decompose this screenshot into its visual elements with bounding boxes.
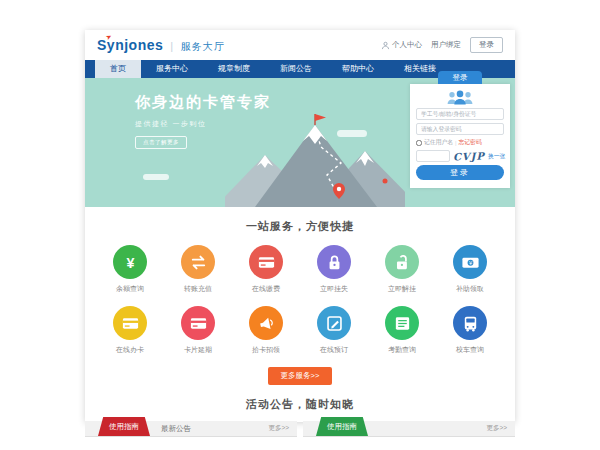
username-input[interactable]: [416, 108, 504, 120]
captcha-input[interactable]: [416, 150, 450, 162]
captcha-refresh-link[interactable]: 换一张: [488, 152, 505, 161]
service-item-report-loss[interactable]: 立即挂失: [300, 245, 368, 294]
banner-text: 你身边的卡管专家 提供捷径 一步到位 点击了解更多: [135, 93, 271, 149]
logo-text-prefix: S: [97, 37, 107, 53]
left-panel-more-link[interactable]: 更多>>: [268, 424, 289, 433]
logo-text-suffix: njones: [115, 37, 163, 53]
service-label: 立即挂失: [320, 284, 348, 294]
service-circle[interactable]: [385, 306, 419, 340]
tab-usage-guide-right[interactable]: 使用指南: [316, 417, 368, 436]
person-icon: [381, 41, 390, 50]
announcement-panel-right: 使用指南 更多>>: [303, 421, 515, 450]
page-background: Synjones | 服务大厅 个人中心 用户绑定 登录: [0, 0, 600, 450]
banknote-icon: ¥: [461, 253, 480, 272]
header-right: 个人中心 用户绑定 登录: [381, 37, 503, 53]
nav-item-news[interactable]: 新闻公告: [265, 60, 327, 78]
service-item-payment[interactable]: 在线缴费: [232, 245, 300, 294]
service-label: 转账充值: [184, 284, 212, 294]
service-item-subsidy[interactable]: ¥ 补助领取: [436, 245, 504, 294]
service-item-balance[interactable]: ¥ 余额查询: [96, 245, 164, 294]
user-binding-link[interactable]: 用户绑定: [431, 40, 461, 50]
nav-item-service-center[interactable]: 服务中心: [141, 60, 203, 78]
right-panel-tabbar: 使用指南 更多>>: [303, 421, 515, 437]
service-circle[interactable]: [317, 245, 351, 279]
more-services-button[interactable]: 更多服务>>: [268, 367, 333, 385]
service-circle[interactable]: [113, 306, 147, 340]
transfer-arrows-icon: [189, 253, 208, 272]
portal-page: Synjones | 服务大厅 个人中心 用户绑定 登录: [85, 30, 515, 422]
service-circle[interactable]: [249, 245, 283, 279]
service-item-school-bus[interactable]: 校车查询: [436, 306, 504, 355]
service-item-transfer[interactable]: 转账充值: [164, 245, 232, 294]
login-options-row: 记住用户名 | 忘记密码: [416, 138, 504, 147]
service-label: 在线办卡: [116, 345, 144, 355]
flag-icon: [315, 114, 326, 121]
unlock-icon: [393, 253, 412, 272]
users-icon: [441, 89, 479, 105]
attendance-icon: [393, 314, 412, 333]
nav-item-home[interactable]: 首页: [95, 60, 141, 78]
banner-subtitle: 提供捷径 一步到位: [135, 119, 271, 129]
service-item-attendance[interactable]: 考勤查询: [368, 306, 436, 355]
captcha-image[interactable]: CVJP: [453, 150, 485, 162]
banner-cta-button[interactable]: 点击了解更多: [135, 136, 187, 149]
logo-divider: |: [170, 40, 173, 52]
yen-icon: ¥: [121, 253, 140, 272]
service-circle[interactable]: [181, 245, 215, 279]
svg-text:¥: ¥: [126, 254, 134, 270]
service-label: 补助领取: [456, 284, 484, 294]
announcement-panels: 使用指南 最新公告 更多>> 使用指南 更多>>: [85, 421, 515, 450]
announcements-title: 活动公告，随时知晓: [85, 397, 515, 412]
personal-center-label: 个人中心: [392, 40, 422, 50]
service-label: 拾卡招领: [252, 345, 280, 355]
password-input[interactable]: [416, 123, 504, 135]
login-submit-button[interactable]: 登录: [416, 165, 504, 180]
services-grid: ¥ 余额查询 转账充值: [96, 245, 504, 355]
logo-arrow-icon: y: [107, 37, 115, 53]
right-panel-more-link[interactable]: 更多>>: [486, 424, 507, 433]
tab-latest-announcements[interactable]: 最新公告: [161, 424, 191, 434]
service-item-apply-card[interactable]: 在线办卡: [96, 306, 164, 355]
user-binding-label: 用户绑定: [431, 40, 461, 50]
service-circle[interactable]: [181, 306, 215, 340]
location-dot-icon: [383, 179, 388, 184]
service-circle[interactable]: [317, 306, 351, 340]
service-label: 卡片延期: [184, 345, 212, 355]
nav-item-rules[interactable]: 规章制度: [203, 60, 265, 78]
login-panel: 登录 记住用户名 | 忘记密码: [410, 84, 510, 188]
service-item-lost-found[interactable]: 拾卡招领: [232, 306, 300, 355]
right-panel-body: [303, 437, 515, 450]
edit-icon: [325, 314, 344, 333]
megaphone-icon: [257, 314, 276, 333]
left-panel-body: [85, 437, 297, 450]
bus-icon: [461, 314, 480, 333]
credit-card-icon: [257, 253, 276, 272]
service-label: 在线预订: [320, 345, 348, 355]
tab-usage-guide[interactable]: 使用指南: [98, 417, 150, 436]
personal-center-link[interactable]: 个人中心: [381, 40, 422, 50]
forgot-password-link[interactable]: 忘记密码: [459, 138, 482, 147]
remember-label: 记住用户名: [424, 138, 453, 147]
service-label: 立即解挂: [388, 284, 416, 294]
service-circle[interactable]: ¥: [453, 245, 487, 279]
service-circle[interactable]: [453, 306, 487, 340]
nav-item-help-center[interactable]: 帮助中心: [327, 60, 389, 78]
services-title: 一站服务，方便快捷: [85, 219, 515, 234]
login-tab[interactable]: 登录: [438, 71, 482, 84]
service-item-reservation[interactable]: 在线预订: [300, 306, 368, 355]
left-panel-tabbar: 使用指南 最新公告 更多>>: [85, 421, 297, 437]
service-circle[interactable]: ¥: [113, 245, 147, 279]
service-label: 校车查询: [456, 345, 484, 355]
announcements-section: 活动公告，随时知晓 使用指南 最新公告 更多>> 使用指南 更多>>: [85, 385, 515, 450]
service-item-release-loss[interactable]: 立即解挂: [368, 245, 436, 294]
service-circle[interactable]: [385, 245, 419, 279]
service-circle[interactable]: [249, 306, 283, 340]
remember-checkbox[interactable]: [416, 140, 422, 146]
cloud-icon: [143, 174, 169, 180]
logo[interactable]: Synjones | 服务大厅: [97, 37, 225, 54]
header-login-button[interactable]: 登录: [470, 37, 503, 53]
banner-headline: 你身边的卡管专家: [135, 93, 271, 112]
service-label: 考勤查询: [388, 345, 416, 355]
service-item-card-renewal[interactable]: 卡片延期: [164, 306, 232, 355]
captcha-row: CVJP 换一张: [416, 150, 504, 162]
